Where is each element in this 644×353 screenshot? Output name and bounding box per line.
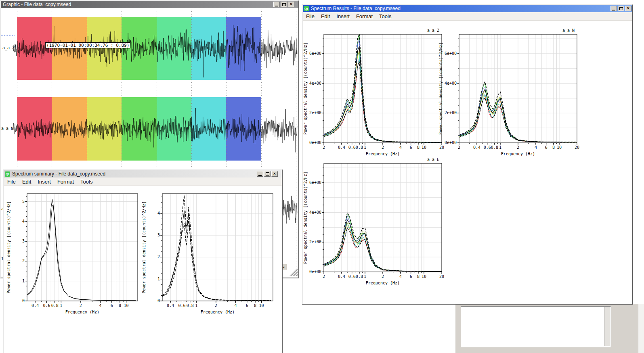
- background-panel-scrollbar[interactable]: [604, 307, 610, 346]
- svg-text:a_a E: a_a E: [427, 157, 439, 162]
- psd-plot-n[interactable]: 20.40.60.81246810200e+002e+004e+006e+00a…: [438, 25, 583, 164]
- results-titlebar[interactable]: Qt Spectrum Results - File data_copy.mse…: [303, 5, 632, 12]
- svg-text:0.6: 0.6: [484, 145, 491, 150]
- trace-label-z: a_a Z: [2, 46, 15, 50]
- psd-plot-summary-right[interactable]: 0.40.60.8124681001234Frequency (Hz)Power…: [140, 186, 281, 320]
- menu-insert[interactable]: Insert: [333, 13, 353, 20]
- scroll-down-icon: ▼: [283, 266, 285, 269]
- svg-text:0e+00: 0e+00: [309, 140, 321, 145]
- svg-text:0: 0: [22, 299, 25, 303]
- menu-file[interactable]: File: [303, 13, 318, 20]
- svg-text:0.6: 0.6: [348, 145, 356, 150]
- svg-text:2: 2: [458, 145, 460, 150]
- svg-text:6e+00: 6e+00: [309, 51, 321, 56]
- maximize-button[interactable]: [618, 6, 624, 11]
- svg-text:4: 4: [22, 219, 25, 223]
- svg-text:4: 4: [399, 145, 402, 150]
- svg-text:Power spectral density [(count: Power spectral density [(counts)^2/Hz]: [438, 42, 443, 135]
- svg-text:6e+00: 6e+00: [309, 180, 321, 185]
- svg-text:0.8: 0.8: [356, 274, 363, 279]
- close-icon: ×: [273, 172, 276, 176]
- maximize-button[interactable]: [281, 2, 287, 7]
- svg-text:6: 6: [246, 303, 248, 308]
- svg-text:Frequency (Hz): Frequency (Hz): [366, 281, 400, 285]
- svg-text:a_a N: a_a N: [562, 28, 575, 33]
- svg-text:3: 3: [22, 239, 25, 243]
- menu-edit[interactable]: Edit: [318, 13, 333, 20]
- svg-text:4: 4: [234, 303, 237, 308]
- menu-edit[interactable]: Edit: [19, 178, 34, 185]
- selection-marker: [1, 35, 15, 36]
- close-button[interactable]: ×: [288, 2, 294, 7]
- svg-text:0.6: 0.6: [43, 303, 50, 308]
- close-icon: ×: [627, 6, 629, 10]
- window-title: Graphic - File data_copy.mseed: [2, 2, 273, 7]
- svg-text:6: 6: [545, 145, 548, 150]
- svg-text:1: 1: [364, 145, 366, 150]
- svg-text:1: 1: [499, 145, 501, 150]
- window-title: Spectrum Results - File data_copy.mseed: [310, 6, 610, 11]
- svg-text:8: 8: [119, 303, 121, 308]
- svg-text:0e+00: 0e+00: [309, 269, 321, 274]
- maximize-icon: [266, 172, 269, 175]
- psd-plot-e[interactable]: 20.40.60.81246810200e+002e+004e+006e+00a…: [303, 154, 448, 293]
- svg-text:2e+00: 2e+00: [309, 111, 321, 115]
- maximize-button[interactable]: [264, 171, 271, 177]
- menu-format[interactable]: Format: [353, 13, 376, 20]
- close-button[interactable]: ×: [625, 6, 631, 11]
- menu-tools[interactable]: Tools: [77, 178, 96, 185]
- cursor-tooltip: (1970-01-01 00:00:34.76 ; 0.89): [45, 42, 130, 48]
- svg-text:1: 1: [364, 274, 366, 279]
- svg-text:6: 6: [111, 303, 113, 308]
- minimize-button[interactable]: [610, 6, 617, 11]
- svg-text:6e+00: 6e+00: [445, 51, 457, 56]
- svg-text:20: 20: [439, 274, 444, 279]
- svg-text:Power spectral density [(count: Power spectral density [(counts)^2/Hz]: [142, 201, 146, 294]
- menu-format[interactable]: Format: [54, 178, 77, 185]
- results-menu-bar: File Edit Insert Format Tools: [303, 12, 632, 21]
- svg-text:4: 4: [535, 145, 537, 150]
- svg-text:10: 10: [259, 303, 264, 308]
- svg-text:1: 1: [195, 303, 197, 308]
- svg-text:Power spectral density [(count: Power spectral density [(counts)^2/Hz]: [6, 201, 11, 294]
- svg-text:0.4: 0.4: [338, 145, 345, 150]
- svg-text:6: 6: [410, 145, 412, 150]
- svg-text:3: 3: [157, 233, 160, 237]
- close-button[interactable]: ×: [271, 171, 278, 177]
- svg-text:2e+00: 2e+00: [445, 111, 457, 115]
- desktop: Graphic - File data_copy.mseed × a_a Z a…: [0, 0, 644, 353]
- psd-plot-summary-left[interactable]: 0.40.60.81246810012345Frequency (Hz)Powe…: [4, 186, 146, 320]
- svg-text:0.4: 0.4: [31, 303, 39, 308]
- minimize-button[interactable]: [273, 2, 280, 7]
- spectrum-summary-window: Qt Spectrum summary - File data_copy.mse…: [3, 169, 283, 353]
- svg-text:6: 6: [410, 274, 412, 279]
- svg-text:0e+00: 0e+00: [445, 140, 457, 145]
- svg-text:2e+00: 2e+00: [309, 240, 321, 244]
- maximize-icon: [619, 7, 623, 10]
- svg-text:Frequency (Hz): Frequency (Hz): [201, 310, 235, 314]
- svg-text:Power spectral density [(count: Power spectral density [(counts)^2/Hz]: [303, 171, 308, 264]
- svg-text:10: 10: [422, 145, 426, 150]
- svg-text:0: 0: [157, 299, 160, 303]
- svg-text:8: 8: [254, 303, 256, 308]
- svg-text:4e+00: 4e+00: [309, 210, 321, 215]
- svg-text:2: 2: [382, 274, 384, 279]
- svg-text:0.8: 0.8: [187, 303, 194, 308]
- background-panel-strip: [638, 304, 644, 353]
- minimize-button[interactable]: [257, 171, 263, 177]
- menu-insert[interactable]: Insert: [34, 178, 54, 185]
- maximize-icon: [282, 3, 286, 6]
- svg-text:a_a Z: a_a Z: [427, 28, 439, 33]
- graphic-titlebar[interactable]: Graphic - File data_copy.mseed ×: [1, 1, 298, 8]
- svg-text:4: 4: [399, 274, 402, 279]
- svg-text:5: 5: [22, 199, 25, 204]
- menu-tools[interactable]: Tools: [376, 13, 394, 20]
- spectrum-results-window: Qt Spectrum Results - File data_copy.mse…: [302, 4, 633, 305]
- psd-plot-z[interactable]: 20.40.60.81246810200e+002e+004e+006e+00a…: [303, 25, 448, 164]
- menu-file[interactable]: File: [4, 178, 19, 185]
- background-panel-box: [461, 306, 611, 347]
- summary-titlebar[interactable]: Qt Spectrum summary - File data_copy.mse…: [4, 170, 282, 178]
- svg-text:2: 2: [323, 145, 325, 150]
- summary-menu-bar: File Edit Insert Format Tools: [4, 178, 282, 186]
- svg-text:2: 2: [157, 255, 160, 259]
